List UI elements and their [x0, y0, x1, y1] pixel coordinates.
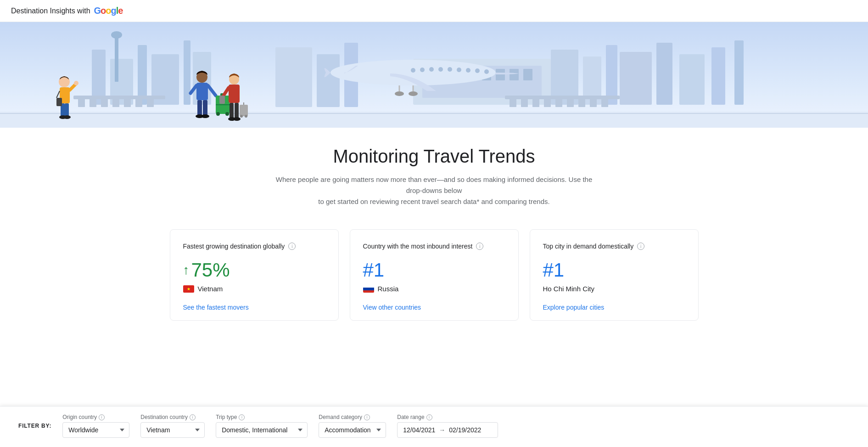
origin-country-group: Origin country i Worldwide United States…	[62, 414, 129, 438]
cards-row: Fastest growing destination globally i ↑…	[170, 229, 699, 321]
stat-value-3: #1	[543, 259, 685, 281]
hero-illustration	[0, 22, 868, 128]
google-o2: o	[106, 6, 111, 16]
page-subtitle: Where people are going matters now more …	[274, 174, 595, 207]
date-range-value[interactable]: 12/04/2021 → 02/19/2022	[397, 422, 498, 438]
demand-category-group: Demand category i Accommodation Flights …	[319, 414, 386, 438]
stat-label-1: Vietnam	[183, 285, 325, 293]
svg-point-34	[438, 67, 443, 72]
date-arrow: →	[439, 426, 445, 434]
card-link-3[interactable]: Explore popular cities	[543, 304, 685, 311]
svg-rect-10	[317, 54, 340, 107]
stat-value-1: 75%	[191, 259, 230, 281]
card-header-3: Top city in demand domestically i	[543, 243, 685, 250]
svg-rect-61	[578, 98, 585, 107]
svg-rect-29	[734, 40, 744, 105]
svg-rect-88	[229, 85, 240, 103]
svg-rect-25	[620, 52, 652, 105]
card-fastest-growing: Fastest growing destination globally i ↑…	[170, 229, 339, 321]
svg-rect-75	[196, 83, 208, 100]
demand-category-label: Demand category i	[319, 414, 386, 420]
svg-rect-63	[601, 98, 608, 107]
svg-point-86	[225, 112, 229, 116]
svg-rect-95	[240, 105, 248, 116]
svg-rect-27	[679, 54, 705, 105]
svg-rect-69	[65, 103, 69, 117]
flag-russia	[363, 285, 374, 293]
origin-country-label-text: Origin country	[62, 414, 97, 420]
filter-by-label: FILTER BY:	[18, 423, 51, 429]
svg-rect-26	[656, 43, 672, 105]
svg-rect-49	[101, 98, 108, 107]
info-icon-1[interactable]: i	[288, 243, 296, 250]
main-content: Monitoring Travel Trends Where people ar…	[159, 128, 710, 394]
svg-point-8	[111, 31, 122, 39]
svg-point-97	[240, 115, 243, 118]
trip-type-label-text: Trip type	[216, 414, 237, 420]
svg-rect-21	[523, 69, 532, 80]
destination-country-select[interactable]: Vietnam Thailand Japan	[140, 422, 205, 438]
date-range-info-icon[interactable]: i	[426, 414, 432, 420]
google-logo: Google	[94, 6, 123, 16]
origin-country-select[interactable]: Worldwide United States United Kingdom	[62, 422, 129, 438]
svg-point-37	[466, 68, 470, 73]
trip-type-group: Trip type i Domestic, International Dome…	[216, 414, 308, 438]
growth-arrow: ↑	[183, 263, 190, 277]
destination-country-label-text: Destination country	[140, 414, 188, 420]
svg-rect-72	[56, 98, 62, 106]
card-most-inbound: Country with the most inbound interest i…	[350, 229, 519, 321]
trip-type-select[interactable]: Domestic, International Domestic Interna…	[216, 422, 308, 438]
svg-point-98	[245, 115, 247, 118]
header: Destination Insights with Google	[0, 0, 868, 22]
svg-point-42	[409, 91, 418, 96]
svg-point-43	[395, 91, 404, 96]
svg-rect-55	[510, 98, 516, 107]
svg-rect-19	[496, 69, 505, 80]
svg-point-38	[475, 68, 480, 73]
svg-point-36	[457, 68, 461, 72]
card-link-2[interactable]: View other countries	[363, 304, 505, 311]
content-wrapper: Monitoring Travel Trends Where people ar…	[0, 128, 868, 440]
origin-info-icon[interactable]: i	[99, 414, 105, 420]
svg-point-39	[484, 69, 489, 74]
svg-point-35	[448, 67, 452, 72]
trip-type-label: Trip type i	[216, 414, 308, 420]
stat-label-3: Ho Chi Minh City	[543, 285, 685, 293]
svg-rect-91	[230, 103, 234, 119]
svg-rect-7	[115, 36, 118, 82]
svg-rect-53	[147, 98, 154, 107]
filter-bar: FILTER BY: Origin country i Worldwide Un…	[0, 406, 868, 440]
svg-rect-60	[567, 98, 574, 107]
svg-rect-90	[219, 96, 225, 104]
svg-rect-56	[521, 98, 528, 107]
info-icon-2[interactable]: i	[476, 243, 483, 250]
demand-info-icon[interactable]: i	[364, 414, 370, 420]
date-start: 12/04/2021	[403, 426, 435, 434]
svg-rect-79	[203, 100, 207, 116]
svg-rect-59	[555, 98, 562, 107]
date-range-group: Date range i 12/04/2021 → 02/19/2022	[397, 414, 498, 438]
demand-category-select[interactable]: Accommodation Flights Car Rental	[319, 422, 386, 438]
card-title-3: Top city in demand domestically	[543, 243, 634, 250]
svg-rect-9	[275, 47, 312, 107]
svg-rect-50	[112, 98, 119, 107]
demand-category-label-text: Demand category	[319, 414, 362, 420]
google-g: G	[94, 6, 101, 16]
svg-point-71	[63, 115, 71, 119]
stat-value-2: #1	[363, 259, 505, 281]
card-title-1: Fastest growing destination globally	[183, 243, 285, 250]
card-title-2: Country with the most inbound interest	[363, 243, 473, 250]
trip-type-info-icon[interactable]: i	[239, 414, 245, 420]
google-g2: g	[111, 6, 116, 16]
svg-rect-58	[544, 98, 551, 107]
stat-label-2: Russia	[363, 285, 505, 293]
header-title: Destination Insights with	[11, 7, 90, 15]
svg-point-67	[74, 81, 78, 85]
info-icon-3[interactable]: i	[637, 243, 644, 250]
destination-info-icon[interactable]: i	[190, 414, 196, 420]
country-name-1: Vietnam	[198, 285, 223, 293]
card-header-1: Fastest growing destination globally i	[183, 243, 325, 250]
card-link-1[interactable]: See the fastest movers	[183, 304, 325, 311]
svg-rect-52	[135, 98, 142, 107]
subtitle-line1: Where people are going matters now more …	[276, 175, 593, 194]
